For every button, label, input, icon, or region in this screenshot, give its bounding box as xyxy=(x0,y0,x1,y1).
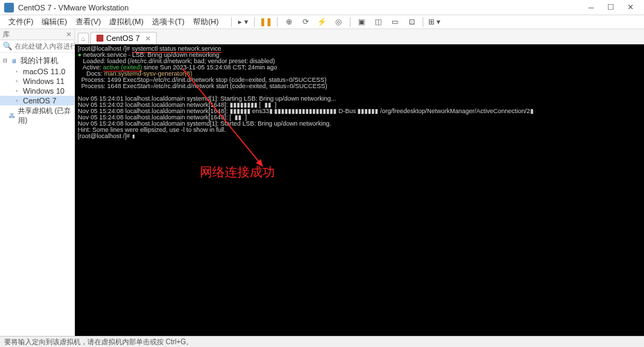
vm-icon: ▫ xyxy=(12,87,21,95)
menu-help[interactable]: 帮助(H) xyxy=(189,15,223,28)
menubar: 文件(F) 编辑(E) 查看(V) 虚拟机(M) 选项卡(T) 帮助(H) ▸ … xyxy=(0,15,644,29)
power-dropdown-button[interactable]: ▸ ▾ xyxy=(235,16,251,28)
menu-tabs[interactable]: 选项卡(T) xyxy=(148,15,189,28)
toolbar-btn-2[interactable]: ⟳ xyxy=(298,16,313,28)
tree-item-macos[interactable]: ▫ macOS 11.0 xyxy=(0,67,74,76)
content-area: ⌂ CentOS 7 ✕ [root@localhost /]# systemc… xyxy=(75,29,644,336)
tree-item-win11[interactable]: ▫ Windows 11 xyxy=(0,76,74,86)
vmware-app-icon xyxy=(4,3,14,12)
library-sidebar: 库 ✕ 🔍 ▼ ⊟ 🖥 我的计算机 ▫ macOS 11.0 ▫ Windows… xyxy=(0,29,75,336)
sidebar-title: 库 xyxy=(3,30,10,40)
tree-item-label: Windows 10 xyxy=(23,87,65,95)
close-button[interactable]: ✕ xyxy=(620,1,640,15)
expand-icon[interactable]: ⊟ xyxy=(3,58,10,64)
shared-icon: 🖧 xyxy=(9,112,16,120)
tree-root-label: 我的计算机 xyxy=(20,56,58,66)
menu-file[interactable]: 文件(F) xyxy=(4,15,37,28)
vm-console[interactable]: [root@localhost /]# systemctl status net… xyxy=(75,44,644,336)
sidebar-header: 库 ✕ xyxy=(0,29,74,40)
sidebar-close-icon[interactable]: ✕ xyxy=(66,31,71,38)
vm-tree: ⊟ 🖥 我的计算机 ▫ macOS 11.0 ▫ Windows 11 ▫ Wi… xyxy=(0,53,74,128)
vm-icon: ▫ xyxy=(12,67,21,76)
minimize-button[interactable]: ─ xyxy=(582,1,601,15)
vm-icon: ▫ xyxy=(12,77,21,85)
main-area: 库 ✕ 🔍 ▼ ⊟ 🖥 我的计算机 ▫ macOS 11.0 ▫ Windows… xyxy=(0,29,644,336)
maximize-button[interactable]: ☐ xyxy=(601,1,620,15)
tree-item-win10[interactable]: ▫ Windows 10 xyxy=(0,86,74,96)
home-tab[interactable]: ⌂ xyxy=(78,33,89,44)
statusbar: 要将输入定向到该虚拟机，请在虚拟机内部单击或按 Ctrl+G。 xyxy=(0,336,644,347)
toolbar-btn-3[interactable]: ⚡ xyxy=(314,16,330,28)
vm-tab-icon xyxy=(96,35,103,42)
vm-tabstrip: ⌂ CentOS 7 ✕ xyxy=(75,29,644,44)
annotation-arrow xyxy=(179,65,283,176)
window-title: CentOS 7 - VMware Workstation xyxy=(18,3,582,12)
tree-item-centos7[interactable]: ▫ CentOS 7 xyxy=(0,96,74,105)
search-icon: 🔍 xyxy=(3,42,12,51)
menu-edit[interactable]: 编辑(E) xyxy=(37,15,71,28)
window-titlebar: CentOS 7 - VMware Workstation ─ ☐ ✕ xyxy=(0,0,644,15)
unity-button[interactable]: ◫ xyxy=(371,16,386,28)
vm-icon: ▫ xyxy=(12,96,21,105)
toolbar-dropdown[interactable]: ⊞ ▾ xyxy=(427,16,442,28)
tree-shared-vms[interactable]: 🖧 共享虚拟机 (已弃用) xyxy=(0,105,74,126)
vm-tab-label: CentOS 7 xyxy=(106,34,139,42)
terminal-output: [root@localhost /]# systemctl status net… xyxy=(78,46,641,139)
annotation-label: 网络连接成功 xyxy=(200,164,275,180)
svg-line-0 xyxy=(183,69,262,166)
tree-shared-label: 共享虚拟机 (已弃用) xyxy=(18,106,71,126)
sidebar-search: 🔍 ▼ xyxy=(0,40,74,53)
toolbar-btn-4[interactable]: ◎ xyxy=(331,16,346,28)
vm-tab-centos7[interactable]: CentOS 7 ✕ xyxy=(90,32,157,44)
tree-item-label: Windows 11 xyxy=(23,77,65,85)
toolbar-btn-6[interactable]: ⊡ xyxy=(404,16,419,28)
computer-icon: 🖥 xyxy=(10,57,18,65)
fullscreen-button[interactable]: ▣ xyxy=(354,16,369,28)
suspend-button[interactable]: ❚❚ xyxy=(258,16,273,28)
menu-view[interactable]: 查看(V) xyxy=(71,15,105,28)
toolbar-btn-5[interactable]: ▭ xyxy=(387,16,402,28)
toolbar-btn-1[interactable]: ⊕ xyxy=(281,16,296,28)
tree-item-label: CentOS 7 xyxy=(23,96,56,105)
tree-item-label: macOS 11.0 xyxy=(23,67,65,76)
tree-root-mycomputer[interactable]: ⊟ 🖥 我的计算机 xyxy=(0,55,74,67)
home-icon: ⌂ xyxy=(81,35,85,42)
menu-vm[interactable]: 虚拟机(M) xyxy=(105,15,148,28)
tab-close-icon[interactable]: ✕ xyxy=(145,35,151,42)
statusbar-text: 要将输入定向到该虚拟机，请在虚拟机内部单击或按 Ctrl+G。 xyxy=(4,337,193,347)
